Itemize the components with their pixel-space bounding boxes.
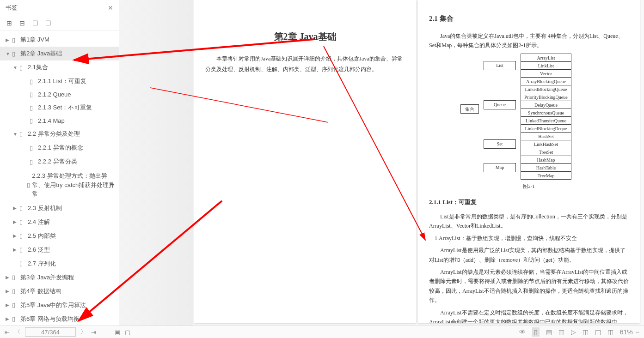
chapter-intro: 本章将针对常用的Java基础知识展开详细的介绍，具体包含Java的集合、异常分类… — [205, 54, 405, 75]
page-gutter — [119, 0, 193, 326]
bookmark-item[interactable]: ▶▯第6章 网络与负载均衡 — [0, 312, 119, 326]
bookmark-label: 2.1.3 Set：不可重复 — [38, 103, 92, 112]
bookmark-glyph-icon: ▯ — [19, 260, 26, 267]
bookmark-item[interactable]: ▶▯第1章 JVM — [0, 33, 119, 47]
tree-arrow-icon[interactable]: ▼ — [6, 51, 11, 56]
diagram-items: ArrayListLinkListVector — [521, 54, 571, 77]
bookmark-item[interactable]: ▶▯2.6 泛型 — [0, 243, 119, 257]
tree-arrow-icon[interactable]: ▶ — [13, 219, 18, 224]
tree-arrow-icon[interactable]: ▶ — [6, 302, 11, 308]
page-left: 第2章 Java基础 本章将针对常用的Java基础知识展开详细的介绍，具体包含J… — [194, 0, 416, 323]
bookmark-item[interactable]: ▯2.2.1 异常的概念 — [0, 141, 119, 155]
bookmark-item[interactable]: ▶▯2.5 内部类 — [0, 229, 119, 243]
diagram-item: LinkedBlockingDeque — [521, 124, 571, 133]
body-text: 1.ArrayList：基于数组实现，增删慢，查询快，线程不安全 — [429, 234, 629, 243]
bookmark-item[interactable]: ▶▯2.3 反射机制 — [0, 201, 119, 215]
close-icon[interactable]: ✕ — [108, 4, 113, 12]
bookmark-item[interactable]: ▶▯第5章 Java中的常用算法 — [0, 298, 119, 312]
bookmark-label: 2.2.1 异常的概念 — [38, 144, 83, 152]
bookmark-glyph-icon: ▯ — [19, 64, 26, 71]
diagram-category: List — [484, 61, 516, 70]
first-page-icon[interactable]: ⇤ — [5, 329, 10, 336]
diagram-item: DelayQueue — [521, 101, 571, 109]
bookmark-glyph-icon: ▯ — [30, 104, 36, 111]
expand-all-icon[interactable]: ⊞ — [6, 19, 13, 27]
view-controls: 👁 ▯ ▤ ▥ ▷ ◫ ◫ ◫ 61% − — [519, 327, 639, 337]
bookmark-label: 第6章 网络与负载均衡 — [20, 315, 80, 323]
tree-arrow-icon[interactable]: ▶ — [6, 37, 11, 42]
bookmark-glyph-icon: ▯ — [12, 315, 18, 322]
bookmark-item[interactable]: ▯2.1.3 Set：不可重复 — [0, 101, 119, 115]
bookmark-glyph-icon: ▯ — [12, 288, 18, 295]
tree-arrow-icon[interactable]: ▶ — [13, 205, 18, 211]
bookmark-item[interactable]: ▯2.1.2 Queue — [0, 88, 119, 101]
bookmark-item[interactable]: ▯2.7 序列化 — [0, 257, 119, 271]
bookmark-item[interactable]: ▼▯2.1集合 — [0, 60, 119, 74]
bookmark-label: 2.2.3 异常处理方式：抛出异常、使用try catch捕获并处理异常 — [32, 171, 115, 199]
bookmark-label: 第1章 JVM — [20, 36, 49, 44]
fit-width-icon[interactable]: ▢ — [125, 329, 130, 336]
layout3-icon[interactable]: ◫ — [607, 328, 613, 336]
single-page-icon[interactable]: ▯ — [532, 327, 540, 337]
bookmark-glyph-icon: ▯ — [30, 91, 36, 98]
bookmark-icon[interactable]: ☐ — [31, 19, 39, 27]
diagram-items: ArrayBlockingQueueLinkedBlockingQueuePri… — [521, 77, 571, 132]
document-view: 第2章 Java基础 本章将针对常用的Java基础知识展开详细的介绍，具体包含J… — [119, 0, 644, 326]
zoom-control[interactable]: 61% − — [620, 328, 639, 336]
next-page-icon[interactable]: 〉 — [80, 328, 86, 336]
bookmark-label: 2.1.2 Queue — [38, 91, 71, 98]
eye-icon[interactable]: 👁 — [519, 328, 526, 336]
bookmark-glyph-icon: ▯ — [12, 36, 18, 43]
diagram-item: LinkHashSet — [521, 140, 571, 148]
bookmark-label: 2.6 泛型 — [28, 246, 50, 254]
tree-arrow-icon[interactable]: ▶ — [13, 233, 18, 238]
page-number-input[interactable]: 47 /364 — [25, 327, 76, 337]
bookmark-item[interactable]: ▯2.2.3 异常处理方式：抛出异常、使用try catch捕获并处理异常 — [0, 169, 119, 201]
bookmark-item[interactable]: ▯2.1.4 Map — [0, 115, 119, 127]
diagram-item: TreeMap — [521, 171, 571, 180]
bookmark-tree[interactable]: ▶▯第1章 JVM▼▯第2章 Java基础▼▯2.1集合▯2.1.1 List：… — [0, 31, 119, 326]
last-page-icon[interactable]: ⇥ — [91, 329, 96, 336]
bookmark-item[interactable]: ▼▯2.2 异常分类及处理 — [0, 127, 119, 141]
diagram-group: MapHashMapHashTableTreeMap — [460, 156, 597, 179]
layout1-icon[interactable]: ◫ — [583, 328, 589, 336]
two-page-icon[interactable]: ▥ — [558, 328, 564, 336]
sidebar-header: 书签 ✕ — [0, 0, 119, 16]
bookmark-glyph-icon: ▯ — [19, 131, 26, 138]
diagram-group: SetHashSetLinkHashSetTreeSet — [460, 132, 597, 156]
tree-arrow-icon[interactable]: ▼ — [13, 132, 18, 137]
diagram-item: TreeSet — [521, 148, 571, 156]
diagram-item: LinkedBlockingQueue — [521, 85, 571, 93]
prev-page-icon[interactable]: 〈 — [14, 328, 20, 336]
bookmark-outline-icon[interactable]: ☐ — [44, 19, 52, 27]
bookmark-item[interactable]: ▶▯第3章 Java并发编程 — [0, 271, 119, 284]
tree-arrow-icon[interactable]: ▶ — [13, 247, 18, 252]
bookmark-item[interactable]: ▯2.1.1 List：可重复 — [0, 74, 119, 88]
play-icon[interactable]: ▷ — [571, 328, 576, 336]
fit-page-icon[interactable]: ▣ — [115, 329, 120, 336]
body-text: List是非常常用的数据类型，是有序的Collection，一共有三个实现类，分… — [429, 212, 629, 231]
bookmark-label: 第5章 Java中的常用算法 — [20, 301, 86, 309]
bookmark-label: 第2章 Java基础 — [20, 49, 62, 58]
tree-arrow-icon[interactable]: ▶ — [6, 289, 11, 294]
diagram-item: ArrayBlockingQueue — [521, 77, 571, 85]
bookmark-item[interactable]: ▶▯第4章 数据结构 — [0, 284, 119, 298]
tree-arrow-icon[interactable]: ▼ — [13, 65, 18, 70]
continuous-icon[interactable]: ▤ — [546, 328, 552, 336]
page-right: 2.1 集合 Java的集合类被定义在Java.util包中，主要有 4种集合，… — [418, 0, 640, 323]
sidebar-toolbar: ⊞ ⊟ ☐ ☐ — [0, 16, 119, 31]
bookmark-glyph-icon: ▯ — [12, 50, 18, 57]
diagram-caption: 图2-1 — [429, 182, 629, 191]
diagram-items: HashSetLinkHashSetTreeSet — [521, 132, 571, 156]
bookmark-glyph-icon: ▯ — [27, 181, 30, 188]
bookmark-item[interactable]: ▶▯2.4 注解 — [0, 215, 119, 229]
diagram-category: Map — [484, 163, 516, 172]
bookmark-label: 第4章 数据结构 — [20, 287, 61, 296]
tree-arrow-icon[interactable]: ▶ — [6, 275, 11, 280]
bookmark-item[interactable]: ▼▯第2章 Java基础 — [0, 47, 119, 60]
bookmark-item[interactable]: ▯2.2.2 异常分类 — [0, 155, 119, 169]
zoom-out-icon[interactable]: − — [636, 328, 639, 336]
tree-arrow-icon[interactable]: ▶ — [6, 316, 11, 321]
collapse-all-icon[interactable]: ⊟ — [18, 19, 26, 27]
layout2-icon[interactable]: ◫ — [595, 328, 601, 336]
